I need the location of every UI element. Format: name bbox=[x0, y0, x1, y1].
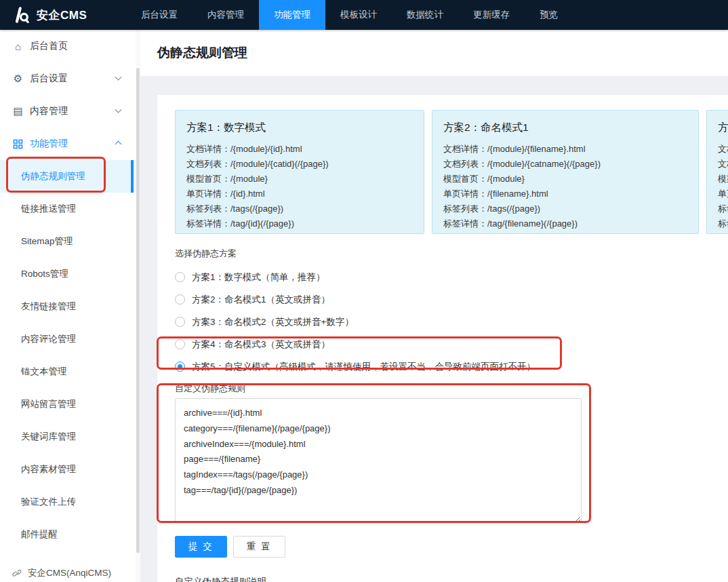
scheme-row-label: 标签详情： bbox=[443, 218, 487, 229]
sidebar-subitem-mail-reminder[interactable]: 邮件提醒 bbox=[0, 518, 136, 551]
form-actions: 提 交 重 置 bbox=[175, 536, 728, 558]
sidebar-subitem-rewrite-rules[interactable]: 伪静态规则管理 bbox=[0, 160, 136, 193]
anqicms-admin-window: 安企CMS 后台设置 内容管理 功能管理 模板设计 数据统计 更新缓存 预览 ⌂… bbox=[0, 0, 728, 582]
radio-label: 方案3：命名模式2（英文或拼音+数字） bbox=[192, 316, 354, 328]
sidebar-subitem-keyword-library[interactable]: 关键词库管理 bbox=[0, 421, 136, 453]
sidebar-subitem-label: 内容素材管理 bbox=[21, 463, 76, 476]
sidebar-item-content-management[interactable]: ▤ 内容管理 bbox=[0, 95, 136, 128]
radio-icon[interactable] bbox=[175, 317, 185, 327]
topnav-function-management[interactable]: 功能管理 bbox=[259, 0, 325, 30]
radio-option-scheme2[interactable]: 方案2：命名模式1（英文或拼音） bbox=[175, 288, 728, 311]
sidebar-item-dashboard[interactable]: ⌂ 后台首页 bbox=[0, 30, 136, 62]
scheme-row-label: 文档详情： bbox=[443, 144, 487, 154]
radio-label: 方案4：命名模式3（英文或拼音） bbox=[192, 338, 330, 351]
sidebar-subitem-label: Robots管理 bbox=[21, 268, 68, 280]
radio-option-scheme3[interactable]: 方案3：命名模式2（英文或拼音+数字） bbox=[175, 311, 728, 333]
radio-label: 方案2：命名模式1（英文或拼音） bbox=[192, 294, 330, 306]
scheme-row-value: /{filename}.html bbox=[487, 189, 548, 199]
scheme-panels: 方案1：数字模式 文档详情：/{module}/{id}.html 文档列表：/… bbox=[175, 110, 728, 234]
topnav-preview[interactable]: 预览 bbox=[525, 0, 573, 30]
scheme-row-value: /{module}/{catname}(/{page}) bbox=[487, 159, 601, 169]
radio-option-scheme5-custom[interactable]: 方案5：自定义模式（高级模式，请谨慎使用，若设置不当，会导致前端页面打不开） bbox=[175, 355, 728, 378]
sidebar-subitem-comments[interactable]: 内容评论管理 bbox=[0, 323, 136, 355]
sidebar-subitem-verify-file-upload[interactable]: 验证文件上传 bbox=[0, 486, 136, 518]
sidebar-subitem-label: 验证文件上传 bbox=[21, 496, 76, 508]
scheme-row-value: /{module} bbox=[230, 174, 268, 184]
scheme-row-label: 模型首页： bbox=[443, 174, 487, 184]
scheme-row-value: /{module}/{catid}(/{page}) bbox=[230, 159, 329, 169]
sidebar-subitem-label: 网站留言管理 bbox=[21, 398, 76, 410]
reset-button[interactable]: 重 置 bbox=[233, 536, 285, 558]
scheme-row: 标签详情： bbox=[718, 216, 728, 231]
scheme-row-label: 单页详情： bbox=[718, 189, 728, 199]
radio-checked-icon[interactable] bbox=[175, 362, 185, 372]
scheme-row: 标签详情：/tag/{id}(/{page}) bbox=[186, 216, 413, 231]
sidebar-subitem-label: 伪静态规则管理 bbox=[21, 170, 85, 182]
scheme-row-label: 标签详情： bbox=[186, 218, 230, 229]
sidebar-subitem-link-push[interactable]: 链接推送管理 bbox=[0, 193, 136, 225]
chevron-up-icon bbox=[115, 140, 122, 147]
scheme-row-label: 文档详情： bbox=[718, 144, 728, 154]
sidebar-subitem-label: 链接推送管理 bbox=[21, 203, 76, 215]
topnav-update-cache[interactable]: 更新缓存 bbox=[458, 0, 525, 30]
sidebar-footer-label: 安企CMS(AnqiCMS) bbox=[28, 567, 111, 579]
topnav-data-statistics[interactable]: 数据统计 bbox=[392, 0, 458, 30]
scheme-row-label: 标签列表： bbox=[443, 203, 487, 214]
scheme-row: 标签列表：/tags(/{page}) bbox=[186, 201, 413, 216]
scheme-row: 文档列表： bbox=[718, 157, 728, 172]
sidebar-subitem-label: 内容评论管理 bbox=[21, 333, 76, 345]
sidebar-subitem-sitemap[interactable]: Sitemap管理 bbox=[0, 225, 136, 258]
scheme-row-label: 单页详情： bbox=[186, 189, 230, 199]
sidebar-subitem-label: 邮件提醒 bbox=[21, 528, 58, 541]
topbar: 安企CMS 后台设置 内容管理 功能管理 模板设计 数据统计 更新缓存 预览 bbox=[0, 0, 728, 30]
scheme-row: 模型首页：/{module} bbox=[443, 172, 687, 187]
scheme-title: 方案3 bbox=[718, 121, 728, 135]
topnav-content-management[interactable]: 内容管理 bbox=[193, 0, 259, 30]
scheme-row-label: 标签列表： bbox=[186, 203, 230, 214]
sidebar-subitem-robots[interactable]: Robots管理 bbox=[0, 258, 136, 290]
submit-button[interactable]: 提 交 bbox=[175, 536, 227, 558]
home-icon: ⌂ bbox=[12, 41, 24, 52]
scheme-row-label: 模型首页： bbox=[186, 174, 230, 184]
scheme-row: 标签列表：/tags(/{page}) bbox=[443, 201, 687, 216]
scheme-row: 单页详情：/{id}.html bbox=[186, 187, 413, 201]
radio-label: 方案5：自定义模式（高级模式，请谨慎使用，若设置不当，会导致前端页面打不开） bbox=[192, 361, 535, 373]
scrollbar-thumb[interactable] bbox=[136, 68, 140, 553]
scheme-panel-2: 方案2：命名模式1 文档详情：/{module}/{filename}.html… bbox=[432, 110, 699, 234]
scheme-select-label: 选择伪静态方案 bbox=[175, 248, 728, 260]
sidebar-footer-link[interactable]: 安企CMS(AnqiCMS) bbox=[0, 564, 136, 582]
gear-icon: ⚙ bbox=[12, 73, 24, 85]
sidebar-subitem-guestbook[interactable]: 网站留言管理 bbox=[0, 388, 136, 421]
active-indicator-bar bbox=[131, 160, 134, 193]
sidebar-item-function-management[interactable]: 功能管理 bbox=[0, 128, 136, 160]
topnav-template-design[interactable]: 模板设计 bbox=[325, 0, 392, 30]
custom-rules-help-title: 自定义伪静态规则说明 bbox=[175, 576, 728, 582]
sidebar-subitem-label: Sitemap管理 bbox=[21, 235, 73, 248]
scheme-row: 单页详情：/{filename}.html bbox=[443, 187, 687, 201]
chevron-down-icon bbox=[115, 106, 122, 113]
custom-rules-label: 自定义伪静态规则 bbox=[175, 383, 728, 395]
scheme-row-value: /{module}/{filename}.html bbox=[487, 144, 586, 154]
sidebar-subitem-label: 锚文本管理 bbox=[21, 366, 67, 378]
topnav-backend-settings[interactable]: 后台设置 bbox=[126, 0, 193, 30]
radio-option-scheme1[interactable]: 方案1：数字模式（简单，推荐） bbox=[175, 266, 728, 288]
scheme-row-label: 文档列表： bbox=[186, 159, 230, 169]
sidebar-subitem-anchor-text[interactable]: 锚文本管理 bbox=[0, 355, 136, 388]
scheme-panel-3-clipped: 方案3 文档详情： 文档列表： 模型首页： 单页详情： 标签列表： 标签详情： bbox=[706, 110, 728, 234]
sidebar-item-backend-settings[interactable]: ⚙ 后台设置 bbox=[0, 62, 136, 95]
radio-icon[interactable] bbox=[175, 294, 185, 305]
custom-rules-textarea[interactable]: archive===/{id}.html category===/{filena… bbox=[175, 398, 582, 523]
sidebar-item-label: 功能管理 bbox=[30, 138, 68, 150]
sidebar-subitem-label: 友情链接管理 bbox=[21, 300, 76, 313]
scheme-title: 方案1：数字模式 bbox=[186, 121, 413, 135]
sidebar-subitem-friend-links[interactable]: 友情链接管理 bbox=[0, 290, 136, 323]
anqicms-logo-icon bbox=[12, 6, 30, 24]
sidebar-subitem-content-material[interactable]: 内容素材管理 bbox=[0, 453, 136, 486]
brand-logo[interactable]: 安企CMS bbox=[0, 0, 126, 30]
radio-icon[interactable] bbox=[175, 339, 185, 349]
scheme-row: 标签详情：/tag/{filename}(/{page}) bbox=[443, 216, 687, 231]
scheme-row: 文档详情：/{module}/{id}.html bbox=[186, 142, 413, 157]
sidebar-scrollbar[interactable] bbox=[136, 30, 140, 582]
radio-option-scheme4[interactable]: 方案4：命名模式3（英文或拼音） bbox=[175, 333, 728, 355]
radio-icon[interactable] bbox=[175, 272, 185, 282]
